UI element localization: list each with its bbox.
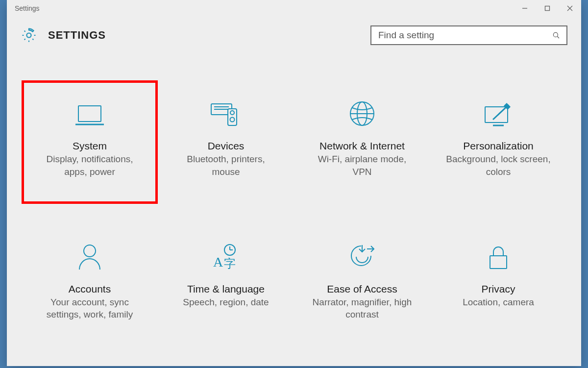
svg-line-6 <box>557 36 559 38</box>
personalize-icon <box>481 93 515 128</box>
tile-title: Time & language <box>187 283 265 295</box>
tile-time-language[interactable]: A 字 Time & language Speech, region, date <box>158 223 294 347</box>
tile-desc: Bluetooth, printers, mouse <box>172 153 280 178</box>
tile-title: Privacy <box>482 283 515 295</box>
tile-desc: Speech, region, date <box>183 296 269 309</box>
tile-title: Devices <box>208 140 245 152</box>
svg-rect-1 <box>545 6 550 11</box>
search-icon <box>552 31 561 40</box>
minimize-icon <box>522 5 528 11</box>
lock-icon <box>486 236 511 271</box>
tile-devices[interactable]: Devices Bluetooth, printers, mouse <box>158 80 294 204</box>
tile-privacy[interactable]: Privacy Location, camera <box>430 223 566 347</box>
window-title: Settings <box>15 4 40 12</box>
window-buttons <box>514 0 581 17</box>
titlebar: Settings <box>7 0 581 17</box>
tile-network[interactable]: Network & Internet Wi-Fi, airplane mode,… <box>294 80 430 204</box>
svg-point-4 <box>26 33 31 37</box>
header: SETTINGS <box>7 17 581 56</box>
maximize-button[interactable] <box>536 0 559 17</box>
tile-desc: Display, notifications, apps, power <box>36 153 144 178</box>
header-left: SETTINGS <box>21 27 106 44</box>
tile-title: Network & Internet <box>319 140 405 152</box>
search-box[interactable] <box>370 25 567 45</box>
svg-text:字: 字 <box>224 257 236 270</box>
close-button[interactable] <box>559 0 581 17</box>
svg-point-5 <box>553 32 558 37</box>
tile-desc: Location, camera <box>463 296 534 309</box>
close-icon <box>567 5 573 11</box>
tile-accounts[interactable]: Accounts Your account, sync settings, wo… <box>22 223 158 347</box>
tile-desc: Your account, sync settings, work, famil… <box>36 296 144 321</box>
tile-title: Ease of Access <box>327 283 397 295</box>
globe-icon <box>347 93 377 128</box>
settings-heading: SETTINGS <box>48 29 106 42</box>
tile-title: Personalization <box>463 140 534 152</box>
person-icon <box>76 236 103 271</box>
svg-point-19 <box>84 245 96 257</box>
gear-icon <box>21 27 37 44</box>
tile-ease-of-access[interactable]: Ease of Access Narrator, magnifier, high… <box>294 223 430 347</box>
tile-desc: Wi-Fi, airplane mode, VPN <box>308 153 416 178</box>
tile-desc: Narrator, magnifier, high contrast <box>308 296 416 321</box>
tile-personalization[interactable]: Personalization Background, lock screen,… <box>430 80 566 204</box>
svg-rect-27 <box>490 256 507 269</box>
devices-icon <box>208 93 244 128</box>
settings-window: Settings SETTINGS <box>7 0 581 366</box>
search-input[interactable] <box>377 29 552 41</box>
laptop-icon <box>73 93 107 128</box>
tile-desc: Background, lock screen, colors <box>444 153 552 178</box>
categories-grid: System Display, notifications, apps, pow… <box>7 56 581 366</box>
tile-title: System <box>73 140 107 152</box>
ease-of-access-icon <box>347 236 377 271</box>
tile-system[interactable]: System Display, notifications, apps, pow… <box>22 80 158 204</box>
svg-rect-7 <box>78 106 101 122</box>
tile-title: Accounts <box>69 283 111 295</box>
svg-text:A: A <box>213 254 223 270</box>
time-language-icon: A 字 <box>210 236 242 271</box>
minimize-button[interactable] <box>514 0 536 17</box>
maximize-icon <box>544 5 550 11</box>
